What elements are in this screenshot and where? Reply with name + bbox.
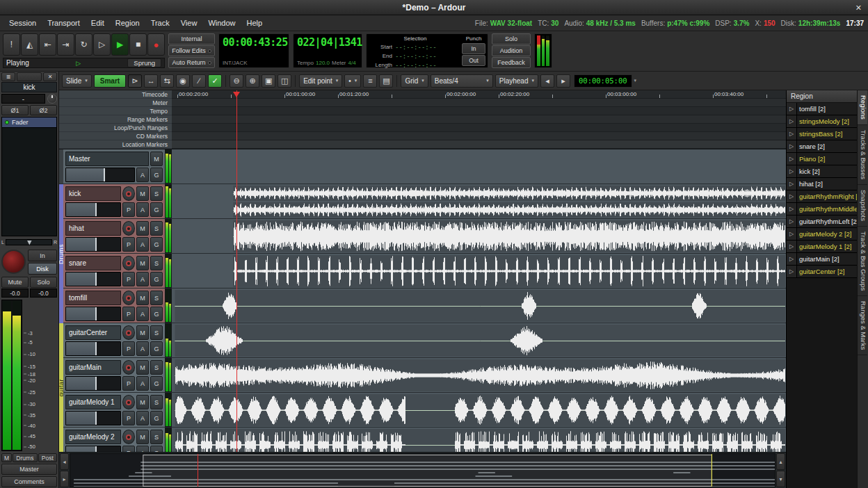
snap-normal-button[interactable]: ≡ xyxy=(363,74,377,88)
automation-button[interactable]: A xyxy=(136,168,149,182)
automation-button[interactable]: A xyxy=(136,411,149,425)
punch-out-button[interactable]: Out xyxy=(462,55,485,66)
summary-up-button[interactable]: ▴ xyxy=(776,453,785,470)
group-button[interactable]: G xyxy=(150,307,163,321)
trim-knob[interactable] xyxy=(47,94,57,104)
menu-edit[interactable]: Edit xyxy=(86,17,109,29)
track-solo-button[interactable]: S xyxy=(150,325,163,340)
region-list-item[interactable]: ▷guitarMain [2] xyxy=(787,253,857,266)
track-gain-fader[interactable] xyxy=(65,376,121,391)
processor-box[interactable]: Fader xyxy=(1,117,57,236)
waveform-hihat[interactable] xyxy=(172,220,786,253)
group-button[interactable]: G xyxy=(150,272,163,286)
track-mute-button[interactable]: M xyxy=(136,430,149,444)
waveform-snare[interactable] xyxy=(172,254,786,288)
zoom-out-button[interactable]: ⊖ xyxy=(230,74,243,88)
zoom-in-button[interactable]: ⊕ xyxy=(246,74,259,88)
mute-button[interactable]: Mute xyxy=(1,277,29,288)
expander-icon[interactable]: ▷ xyxy=(787,190,797,202)
mixer-track-name[interactable]: kick xyxy=(1,82,57,92)
waveform-guitarmelody-1[interactable] xyxy=(172,393,786,427)
strip-close-button[interactable]: ✕ xyxy=(43,72,57,81)
group-button[interactable]: G xyxy=(150,376,163,391)
track-mute-button[interactable]: M xyxy=(136,221,149,236)
disk-button[interactable]: Disk xyxy=(28,263,57,275)
expander-icon[interactable]: ▷ xyxy=(787,153,797,165)
ruler-tempo[interactable] xyxy=(172,107,786,115)
track-name-button[interactable]: tomfill xyxy=(65,291,121,305)
menu-help[interactable]: Help xyxy=(242,17,268,29)
track-solo-button[interactable]: S xyxy=(150,430,163,444)
expander-icon[interactable]: ▷ xyxy=(787,228,797,240)
track-solo-button[interactable]: S xyxy=(150,360,163,375)
playlist-button[interactable]: P xyxy=(122,237,135,252)
ruler-range-markers[interactable] xyxy=(172,115,786,124)
tab-regions[interactable]: Regions xyxy=(858,90,867,125)
record-arm-button[interactable] xyxy=(122,360,135,375)
expander-icon[interactable]: ▷ xyxy=(787,241,797,252)
track-gain-fader[interactable] xyxy=(65,307,121,321)
playlist-button[interactable]: P xyxy=(122,446,135,452)
region-list-item[interactable]: ▷tomfill [2] xyxy=(787,103,857,115)
region-list-item[interactable]: ▷hihat [2] xyxy=(787,178,857,190)
playlist-button[interactable]: P xyxy=(122,202,135,217)
playlist-button[interactable]: P xyxy=(122,376,135,391)
track-gain-fader[interactable] xyxy=(65,446,121,452)
region-list-item[interactable]: ▷snare [2] xyxy=(787,140,857,153)
summary-canvas[interactable] xyxy=(70,454,775,487)
group-strip-guitar[interactable]: guitar xyxy=(59,323,63,452)
track-solo-button[interactable]: S xyxy=(150,395,163,409)
group-button[interactable]: G xyxy=(150,237,163,252)
edit-mode-select[interactable]: Slide▾ xyxy=(62,74,92,88)
ruler-label-location-markers[interactable]: Location Markers xyxy=(59,140,172,149)
play-button[interactable]: ▶ xyxy=(111,33,129,56)
automation-button[interactable]: A xyxy=(136,237,149,252)
end-clock[interactable]: --:--:--:-- xyxy=(395,53,437,60)
record-enable-knob[interactable] xyxy=(1,250,26,274)
group-strip-drums[interactable]: Drums xyxy=(59,184,63,323)
track-solo-button[interactable]: S xyxy=(150,291,163,305)
group-button[interactable]: G xyxy=(150,202,163,217)
track-gain-fader[interactable] xyxy=(65,202,121,217)
strip-tab-post[interactable]: Post xyxy=(38,453,57,462)
track-gain-fader[interactable] xyxy=(65,168,135,182)
menu-region[interactable]: Region xyxy=(111,17,145,29)
expander-icon[interactable]: ▷ xyxy=(787,266,797,277)
menu-window[interactable]: Window xyxy=(203,17,240,29)
track-canvas-area[interactable] xyxy=(172,219,786,253)
peak-value[interactable]: -0.0 xyxy=(30,288,57,298)
expander-icon[interactable]: ▷ xyxy=(787,203,797,215)
record-arm-button[interactable] xyxy=(122,325,135,340)
solo-button[interactable]: Solo xyxy=(30,277,57,288)
automation-button[interactable]: A xyxy=(136,307,149,321)
region-list-item[interactable]: ▷guitarRhythmMiddle [2] xyxy=(787,203,857,215)
ruler-label-timecode[interactable]: Timecode xyxy=(59,90,172,99)
waveform-guitarcenter[interactable] xyxy=(172,324,786,357)
track-name-button[interactable]: guitarCenter xyxy=(65,325,121,340)
track-name-button[interactable]: guitarMelody 2 xyxy=(65,430,121,444)
internal-edit-tool[interactable]: ✓ xyxy=(208,74,222,88)
expander-icon[interactable]: ▷ xyxy=(787,215,797,227)
waveform-tomfill[interactable] xyxy=(172,289,786,323)
edit-point-select[interactable]: Edit point▾ xyxy=(299,74,342,88)
goto-start-button[interactable]: ⇤ xyxy=(39,33,56,56)
audition-tool[interactable]: ◉ xyxy=(176,74,190,88)
summary-view[interactable] xyxy=(70,453,775,487)
fader-processor[interactable]: Fader xyxy=(2,117,56,128)
track-solo-button[interactable]: S xyxy=(150,256,163,270)
midi-panic-button[interactable]: ! xyxy=(3,33,20,56)
processor-led[interactable] xyxy=(5,120,9,124)
tab-track-bus-groups[interactable]: Track & Bus Groups xyxy=(858,227,867,296)
shuttle-mode-button[interactable]: Sprung xyxy=(127,58,161,67)
track-mute-button[interactable]: M xyxy=(136,325,149,340)
track-mute-button[interactable]: M xyxy=(136,291,149,305)
secondary-clock[interactable]: 022|04|1341 Tempo 120.0 Meter 4/4 xyxy=(293,33,362,68)
start-clock[interactable]: --:--:--:-- xyxy=(395,44,437,51)
menu-track[interactable]: Track xyxy=(146,17,175,29)
region-list-header[interactable]: Region xyxy=(787,90,857,103)
record-arm-button[interactable] xyxy=(122,291,135,305)
expander-icon[interactable]: ▷ xyxy=(787,165,797,177)
track-canvas-area[interactable] xyxy=(172,393,786,427)
strip-tab-m[interactable]: M xyxy=(1,453,12,462)
waveform-guitarmain[interactable] xyxy=(172,359,786,392)
